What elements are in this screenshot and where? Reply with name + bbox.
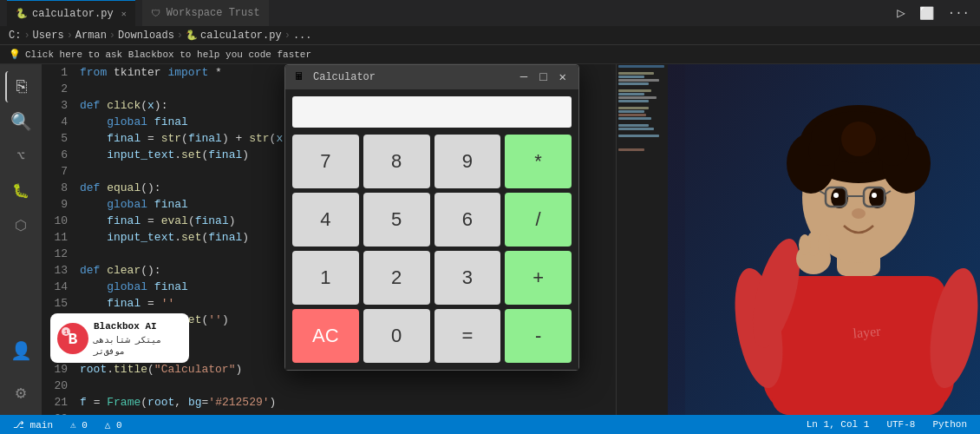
calc-btn-6[interactable]: 6 [434, 193, 501, 247]
breadcrumb-downloads[interactable]: Downloads [118, 30, 174, 42]
calc-btn-1[interactable]: 1 [292, 251, 359, 305]
calc-btn-5[interactable]: 5 [363, 193, 430, 247]
tab-label: calculator.py [32, 8, 114, 20]
code-editor[interactable]: 12345 678910 1112131415 1617181920 21222… [42, 64, 616, 415]
badge-subtitle: میتکر شتابدهی [94, 335, 161, 346]
blackbox-hint-text: Click here to ask Blackbox to help you c… [25, 49, 311, 60]
activity-bar: ⎘ 🔍 ⌥ 🐛 ⬡ 👤 ⚙ [0, 64, 42, 415]
search-icon[interactable]: 🔍 [5, 106, 36, 137]
calc-btn-4[interactable]: 4 [292, 193, 359, 247]
calc-display[interactable] [292, 96, 572, 128]
svg-point-32 [799, 234, 811, 255]
badge-logo-icon: B 1 [57, 323, 88, 354]
badge-title: Blackbox AI [94, 319, 161, 335]
badge-sub2: موفق‌تر [94, 346, 161, 358]
tab-close-btn[interactable]: ✕ [121, 9, 127, 19]
run-button[interactable]: ▷ [893, 4, 909, 22]
titlebar: 🐍 calculator.py ✕ 🛡 Workspace Trust ▷ ⬜ … [0, 0, 980, 26]
source-control-icon[interactable]: ⌥ [5, 141, 36, 172]
svg-point-17 [841, 122, 876, 156]
person-figure: layer [685, 64, 980, 415]
svg-point-15 [808, 135, 840, 166]
status-branch[interactable]: ⎇ main [9, 419, 57, 431]
calc-minimize-btn[interactable]: ─ [517, 69, 531, 86]
calc-title-text: Calculator [313, 69, 512, 86]
breadcrumb-c[interactable]: C: [9, 30, 21, 42]
overlay-badge[interactable]: B 1 Blackbox AI میتکر شتابدهی موفق‌تر [50, 313, 189, 363]
breadcrumb-more[interactable]: ... [293, 30, 312, 42]
main-area: ⎘ 🔍 ⌥ 🐛 ⬡ 👤 ⚙ 12345 678910 1112131415 16… [0, 64, 980, 415]
shield-icon: 🛡 [151, 8, 160, 19]
status-line-col[interactable]: Ln 1, Col 1 [802, 419, 874, 430]
svg-text:1: 1 [64, 329, 68, 336]
extensions-icon[interactable]: ⬡ [5, 210, 36, 241]
tab-calculator-py[interactable]: 🐍 calculator.py ✕ [7, 0, 135, 26]
calc-titlebar[interactable]: 🖩 Calculator ─ □ ✕ [285, 65, 578, 89]
calc-btn-multiply[interactable]: * [505, 135, 572, 188]
split-editor-button[interactable]: ⬜ [916, 6, 938, 21]
calc-btn-equals[interactable]: = [434, 309, 501, 363]
minimap [616, 64, 668, 415]
calculator-window: 🖩 Calculator ─ □ ✕ 7 8 9 * 4 [284, 64, 579, 371]
calc-btn-subtract[interactable]: - [505, 309, 572, 363]
calc-btn-0[interactable]: 0 [363, 309, 430, 363]
calc-btn-9[interactable]: 9 [434, 135, 501, 188]
calc-button-grid: 7 8 9 * 4 5 6 / 1 2 3 + AC 0 = [292, 135, 572, 363]
blackbox-hint[interactable]: 💡 Click here to ask Blackbox to help you… [0, 45, 980, 64]
settings-icon[interactable]: ⚙ [5, 377, 36, 408]
badge-text-area: Blackbox AI میتکر شتابدهی موفق‌تر [94, 319, 161, 358]
calc-btn-add[interactable]: + [505, 251, 572, 305]
calc-btn-8[interactable]: 8 [363, 135, 430, 188]
titlebar-actions: ▷ ⬜ ··· [893, 4, 973, 22]
svg-point-26 [872, 193, 877, 198]
python-icon: 🐍 [16, 8, 28, 19]
svg-point-16 [878, 135, 909, 166]
calc-btn-3[interactable]: 3 [434, 251, 501, 305]
status-language[interactable]: Python [928, 419, 971, 430]
calc-app-icon: 🖩 [294, 69, 304, 86]
svg-point-25 [833, 193, 839, 198]
breadcrumb-arman[interactable]: Arman [75, 30, 107, 42]
explorer-icon[interactable]: ⎘ [5, 71, 36, 102]
calc-btn-2[interactable]: 2 [363, 251, 430, 305]
status-warnings[interactable]: △ 0 [101, 419, 127, 431]
calc-close-btn[interactable]: ✕ [556, 69, 570, 86]
calc-btn-clear[interactable]: AC [292, 309, 359, 363]
breadcrumb-file-icon: 🐍 [186, 30, 198, 41]
breadcrumb-users[interactable]: Users [33, 30, 64, 42]
more-actions-button[interactable]: ··· [944, 6, 973, 20]
editor-area: 12345 678910 1112131415 1617181920 21222… [42, 64, 616, 415]
svg-point-31 [818, 233, 830, 256]
statusbar: ⎇ main ⚠ 0 △ 0 Ln 1, Col 1 UTF-8 Python [0, 415, 980, 434]
calc-maximize-btn[interactable]: □ [536, 69, 550, 86]
debug-icon[interactable]: 🐛 [5, 175, 36, 207]
calc-btn-divide[interactable]: / [505, 193, 572, 247]
svg-point-27 [852, 208, 866, 219]
person-area: layer [668, 64, 980, 415]
svg-rect-6 [772, 276, 945, 415]
breadcrumb-file[interactable]: calculator.py [200, 30, 282, 42]
status-encoding[interactable]: UTF-8 [882, 419, 919, 430]
account-icon[interactable]: 👤 [5, 335, 36, 366]
workspace-trust-label: Workspace Trust [167, 7, 260, 19]
breadcrumb: C: › Users › Arman › Downloads › 🐍 calcu… [0, 26, 980, 45]
calc-body: 7 8 9 * 4 5 6 / 1 2 3 + AC 0 = [285, 89, 578, 370]
bulb-icon: 💡 [9, 49, 21, 60]
calc-btn-7[interactable]: 7 [292, 135, 359, 188]
status-errors[interactable]: ⚠ 0 [66, 419, 92, 431]
tab-workspace-trust[interactable]: 🛡 Workspace Trust [142, 0, 269, 26]
